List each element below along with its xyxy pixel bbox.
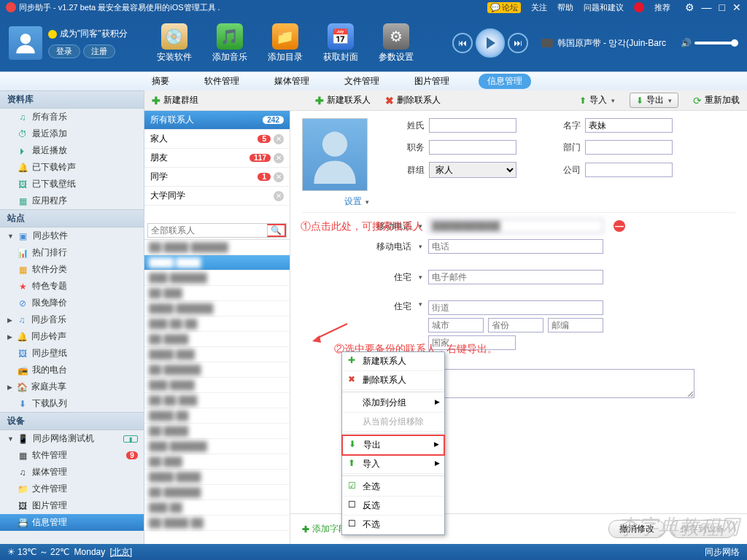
group-family[interactable]: 家人5✕ <box>144 130 290 149</box>
add-music-button[interactable]: 🎵添加音乐 <box>212 23 247 63</box>
maximize-button[interactable]: □ <box>719 1 725 13</box>
list-item[interactable]: ██ ███ <box>144 286 290 301</box>
tab-media[interactable]: 媒体管理 <box>268 74 315 89</box>
login-button[interactable]: 登录 <box>48 44 80 58</box>
list-item[interactable]: ████ ████ <box>144 470 290 485</box>
sidebar-item-special[interactable]: ★特色专题 <box>0 278 144 295</box>
list-item[interactable]: ██ ██████ <box>144 362 290 378</box>
settings-link[interactable]: 设置 ▾ <box>302 191 390 212</box>
ctx-export[interactable]: ⬇导出▶ <box>341 435 445 456</box>
mobile2-input[interactable] <box>428 239 603 254</box>
ctx-add-to-group[interactable]: 添加到分组▶ <box>342 394 444 413</box>
contact-list[interactable]: ██ ████ ██████ ████ ████ ███ ██████ ██ █… <box>144 239 290 544</box>
config-icon[interactable]: ⚙ <box>685 1 694 13</box>
delete-group-icon[interactable]: ✕ <box>274 153 284 163</box>
sidebar-item-dev-media[interactable]: ♫媒体管理 <box>0 464 144 481</box>
sidebar-item-dev-soft[interactable]: ▦软件管理9 <box>0 447 144 464</box>
city-input[interactable] <box>428 318 484 332</box>
save-button[interactable]: 保存到设备 <box>670 520 735 538</box>
import-button[interactable]: ⬆导入▾ <box>579 94 615 106</box>
sidebar-item-recentplay[interactable]: ⏵最近播放 <box>0 142 144 159</box>
tab-summary[interactable]: 摘要 <box>146 74 175 89</box>
list-item[interactable]: ██ ██ ███ <box>144 393 290 408</box>
sidebar-item-apps[interactable]: ▦应用程序 <box>0 192 144 209</box>
list-item[interactable]: ███ ████ <box>144 378 290 393</box>
sidebar-item-limited[interactable]: ⊘限免降价 <box>0 295 144 311</box>
sidebar-item-radio[interactable]: 📻我的电台 <box>0 362 144 378</box>
sidebar-item-syncwall[interactable]: 🖼同步壁纸 <box>0 345 144 362</box>
email-input[interactable] <box>428 270 603 284</box>
user-avatar[interactable] <box>9 26 42 60</box>
list-item[interactable]: ██ ███ <box>144 454 290 470</box>
ctx-new-contact[interactable]: ✚新建联系人 <box>342 352 444 371</box>
delete-group-icon[interactable]: ✕ <box>274 191 284 201</box>
sidebar-item-dlring[interactable]: 🔔已下载铃声 <box>0 159 144 176</box>
sidebar-item-syncmusic[interactable]: ▶♫同步音乐 <box>0 311 144 328</box>
minimize-button[interactable]: — <box>702 1 712 13</box>
name-input[interactable] <box>585 118 673 133</box>
register-button[interactable]: 注册 <box>83 44 115 58</box>
memo-input[interactable] <box>417 369 694 398</box>
delete-field-button[interactable]: — <box>614 220 625 232</box>
recommend-link[interactable]: 推荐 <box>654 2 670 13</box>
sidebar-item-syncsoft[interactable]: ▼▣同步软件 <box>0 228 144 244</box>
group-friend[interactable]: 朋友117✕ <box>144 149 290 168</box>
list-item[interactable]: ████ ██████ <box>144 301 290 316</box>
ctx-delete-contact[interactable]: ✖删除联系人 <box>342 371 444 390</box>
close-button[interactable]: ✕ <box>732 1 741 13</box>
company-input[interactable] <box>585 163 673 177</box>
contact-avatar[interactable] <box>302 118 368 191</box>
sidebar-item-share[interactable]: ▶🏠家庭共享 <box>0 378 144 395</box>
sidebar-item-dlwall[interactable]: 🖼已下载壁纸 <box>0 176 144 192</box>
reload-button[interactable]: ⟳重新加载 <box>693 94 740 106</box>
group-classmate[interactable]: 同学1✕ <box>144 168 290 187</box>
sidebar-item-dev-file[interactable]: 📁文件管理 <box>0 481 144 497</box>
list-item[interactable]: ████ ██ <box>144 408 290 424</box>
help-link[interactable]: 帮助 <box>557 2 573 13</box>
play-button[interactable] <box>476 28 505 58</box>
list-item[interactable]: ████ ███ <box>144 347 290 362</box>
tab-info[interactable]: 信息管理 <box>479 74 531 89</box>
delete-group-icon[interactable]: ✕ <box>274 172 284 182</box>
surname-input[interactable] <box>429 118 516 133</box>
prev-track-button[interactable]: ⏮ <box>452 33 473 53</box>
list-item[interactable]: ███ ██ ██ <box>144 316 290 332</box>
sidebar-item-dev-pic[interactable]: 🖼图片管理 <box>0 497 144 514</box>
street-input[interactable] <box>428 300 603 315</box>
sidebar-item-dev-info[interactable]: 📇信息管理 <box>0 514 144 531</box>
search-button[interactable]: 🔍 <box>267 224 286 237</box>
volume-slider[interactable] <box>694 42 738 44</box>
sidebar-item-device[interactable]: ▼📱同步网络测试机▮ <box>0 430 144 447</box>
province-input[interactable] <box>488 318 543 332</box>
new-group-button[interactable]: ✚新建群组 <box>152 94 198 106</box>
list-item[interactable]: ███ ██████ <box>144 439 290 454</box>
sidebar-item-recentadd[interactable]: ⏱最近添加 <box>0 125 144 142</box>
tab-software[interactable]: 软件管理 <box>198 74 245 89</box>
tab-picture[interactable]: 图片管理 <box>409 74 455 89</box>
list-item[interactable]: ███ ██ <box>144 500 290 516</box>
country-input[interactable] <box>428 335 516 350</box>
contact-search-input[interactable] <box>148 224 267 237</box>
group-select[interactable]: 家人 <box>429 162 516 178</box>
list-item[interactable]: ███ ██████ <box>144 271 290 286</box>
add-directory-button[interactable]: 📁添加目录 <box>268 23 303 63</box>
forum-link[interactable]: 💬论坛 <box>487 2 521 13</box>
list-item[interactable]: ██ ██████ <box>144 485 290 500</box>
new-contact-button[interactable]: ✚新建联系人 <box>315 94 371 106</box>
list-item[interactable]: ████ ████ <box>144 255 290 271</box>
list-item[interactable]: ██ ████ <box>144 332 290 347</box>
group-college[interactable]: 大学同学✕ <box>144 187 290 206</box>
feedback-link[interactable]: 问题和建议 <box>584 2 624 13</box>
mobile1-input[interactable] <box>428 219 603 233</box>
ctx-select-invert[interactable]: ☐反选 <box>342 497 444 516</box>
ctx-select-none[interactable]: ☐不选 <box>342 516 444 534</box>
next-track-button[interactable]: ⏭ <box>508 33 528 53</box>
tab-file[interactable]: 文件管理 <box>338 74 385 89</box>
list-item[interactable]: ██ ████ <box>144 424 290 439</box>
settings-button[interactable]: ⚙参数设置 <box>379 23 414 63</box>
export-button[interactable]: ⬇导出▾ <box>630 93 678 108</box>
sidebar-item-allmusic[interactable]: ♫所有音乐 <box>0 109 144 125</box>
get-cover-button[interactable]: 📅获取封面 <box>323 23 358 63</box>
sidebar-item-hot[interactable]: 📊热门排行 <box>0 244 144 261</box>
sidebar-item-category[interactable]: ▦软件分类 <box>0 261 144 278</box>
